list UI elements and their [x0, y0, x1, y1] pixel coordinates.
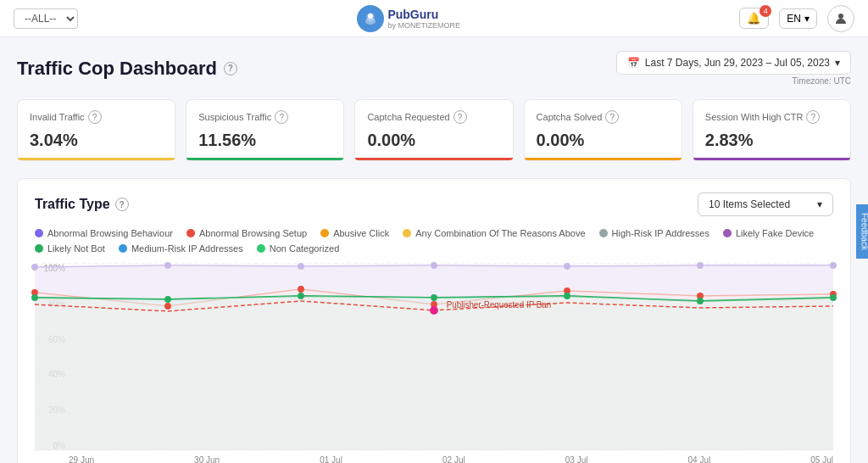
logo-text-block: PubGuru by MONETIZEMORE — [387, 8, 460, 30]
header: --ALL-- PubGuru by MONETIZEMORE 🔔 4 EN ▾ — [0, 0, 868, 37]
language-button[interactable]: EN ▾ — [779, 8, 817, 29]
svg-point-30 — [431, 294, 437, 301]
calendar-icon: 📅 — [627, 57, 640, 69]
stat-label-captcha-solved: Captcha Solved ? — [537, 110, 670, 124]
legend-item: Likely Fake Device — [723, 228, 814, 238]
legend-item: Abnormal Browsing Setup — [186, 228, 307, 238]
traffic-type-section: Traffic Type ? 10 Items Selected ▾ Abnor… — [17, 178, 851, 463]
feedback-tab[interactable]: Feedback — [857, 204, 868, 259]
logo-name: PubGuru — [387, 8, 460, 21]
svg-point-33 — [830, 294, 837, 301]
page-title-help-icon[interactable]: ? — [224, 62, 237, 75]
svg-point-2 — [368, 14, 373, 19]
svg-point-34 — [430, 306, 438, 315]
legend-item: Abusive Click — [320, 228, 389, 238]
notification-badge: 4 — [760, 5, 771, 17]
stat-help-icon-suspicious[interactable]: ? — [275, 110, 288, 124]
logo-icon — [357, 5, 384, 32]
x-axis-labels: 29 Jun30 Jun01 Jul02 Jul03 Jul04 Jul05 J… — [69, 450, 833, 463]
main-content: Traffic Cop Dashboard ? 📅 Last 7 Days, J… — [0, 37, 868, 463]
svg-point-16 — [431, 262, 437, 269]
header-left: --ALL-- — [14, 8, 78, 29]
stat-help-icon-session-ctr[interactable]: ? — [806, 110, 820, 124]
user-menu-button[interactable] — [827, 5, 854, 32]
traffic-type-title: Traffic Type ? — [35, 197, 129, 212]
x-axis-label: 04 Jul — [688, 455, 711, 463]
svg-point-22 — [298, 286, 304, 293]
svg-point-21 — [164, 303, 171, 310]
traffic-type-help-icon[interactable]: ? — [115, 198, 129, 211]
stat-card-suspicious-traffic: Suspicious Traffic ? 11.56% — [186, 99, 344, 161]
notifications-button[interactable]: 🔔 4 — [739, 8, 769, 29]
stats-row: Invalid Traffic ? 3.04% Suspicious Traff… — [17, 99, 851, 161]
svg-point-27 — [31, 294, 38, 301]
svg-point-14 — [164, 262, 171, 269]
date-selector-wrapper: 📅 Last 7 Days, Jun 29, 2023 – Jul 05, 20… — [616, 51, 851, 86]
stat-help-icon-invalid[interactable]: ? — [88, 110, 102, 124]
stat-value-session-ctr: 2.83% — [705, 131, 838, 150]
svg-point-13 — [31, 264, 38, 271]
x-axis-label: 30 Jun — [194, 455, 220, 463]
svg-point-19 — [830, 262, 837, 269]
stat-card-invalid-traffic: Invalid Traffic ? 3.04% — [17, 99, 175, 161]
stat-value-captcha-solved: 0.00% — [537, 131, 670, 150]
items-selected-dropdown[interactable]: 10 Items Selected ▾ — [698, 192, 833, 216]
svg-point-3 — [838, 14, 843, 19]
legend-item: Abnormal Browsing Behaviour — [35, 228, 173, 238]
svg-marker-12 — [35, 296, 833, 450]
legend-item: Any Combination Of The Reasons Above — [403, 228, 585, 238]
stat-value-captcha-req: 0.00% — [367, 131, 500, 150]
chevron-down-icon: ▾ — [835, 57, 840, 69]
x-axis-label: 05 Jul — [810, 455, 833, 463]
legend-item: Likely Not Bot — [35, 243, 105, 254]
stat-card-captcha-solved: Captcha Solved ? 0.00% — [524, 99, 682, 161]
svg-point-18 — [697, 262, 704, 269]
svg-point-31 — [564, 293, 570, 299]
date-range-selector[interactable]: 📅 Last 7 Days, Jun 29, 2023 – Jul 05, 20… — [616, 51, 851, 75]
header-right: 🔔 4 EN ▾ — [739, 5, 854, 32]
svg-point-15 — [298, 263, 304, 270]
stat-card-session-ctr: Session With High CTR ? 2.83% — [693, 99, 851, 161]
stat-value-suspicious: 11.56% — [198, 131, 331, 150]
svg-point-32 — [697, 298, 704, 304]
chart-area: Publisher-Requested IP Ban — [35, 264, 833, 450]
traffic-type-header: Traffic Type ? 10 Items Selected ▾ — [35, 192, 833, 216]
stat-value-invalid: 3.04% — [30, 131, 163, 150]
chart-wrapper: 100%80%60%40%20%0% — [35, 264, 833, 463]
stat-label-captcha-req: Captcha Requested ? — [367, 110, 500, 124]
x-axis-label: 03 Jul — [565, 455, 588, 463]
nav-dropdown[interactable]: --ALL-- — [14, 8, 78, 29]
items-selected-text: 10 Items Selected — [709, 198, 790, 210]
legend-item: Medium-Risk IP Addresses — [119, 243, 243, 254]
page-title-block: Traffic Cop Dashboard ? — [17, 58, 237, 80]
stat-help-icon-captcha-solved[interactable]: ? — [605, 110, 619, 124]
stat-label-suspicious: Suspicious Traffic ? — [198, 110, 331, 124]
stat-help-icon-captcha-req[interactable]: ? — [453, 110, 467, 124]
chart-legend: Abnormal Browsing BehaviourAbnormal Brow… — [35, 228, 833, 254]
legend-item: High-Risk IP Addresses — [599, 228, 709, 238]
legend-item: Non Categorized — [257, 243, 340, 254]
x-axis-label: 02 Jul — [442, 455, 465, 463]
page-header: Traffic Cop Dashboard ? 📅 Last 7 Days, J… — [17, 51, 851, 86]
svg-text:Publisher-Requested IP Ban: Publisher-Requested IP Ban — [447, 300, 551, 310]
stat-card-captcha-requested: Captcha Requested ? 0.00% — [354, 99, 513, 161]
date-range-text: Last 7 Days, Jun 29, 2023 – Jul 05, 2023 — [645, 57, 830, 69]
page-title: Traffic Cop Dashboard — [17, 58, 217, 80]
svg-point-28 — [164, 296, 171, 303]
chart-svg: Publisher-Requested IP Ban — [35, 264, 833, 450]
chevron-down-icon: ▾ — [817, 198, 822, 210]
svg-point-29 — [298, 293, 304, 299]
logo-area: PubGuru by MONETIZEMORE — [357, 5, 460, 32]
stat-label-invalid: Invalid Traffic ? — [30, 110, 163, 124]
logo-sub: by MONETIZEMORE — [387, 21, 460, 30]
svg-point-1 — [365, 18, 376, 25]
x-axis-label: 29 Jun — [69, 455, 94, 463]
timezone-text: Timezone: UTC — [616, 76, 851, 86]
x-axis-label: 01 Jul — [320, 455, 342, 463]
stat-label-session-ctr: Session With High CTR ? — [705, 110, 838, 124]
svg-point-17 — [564, 263, 570, 270]
